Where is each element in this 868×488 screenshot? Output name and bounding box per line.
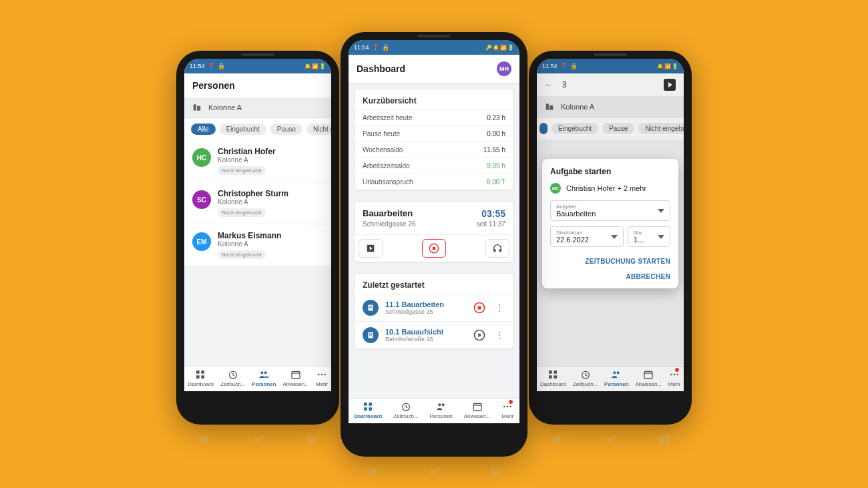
nav-dashboard[interactable]: Dashboard [188, 369, 214, 387]
more-icon[interactable]: ⋮ [493, 302, 505, 313]
svg-rect-15 [549, 371, 552, 374]
page-header: Dashboard MH [349, 55, 519, 83]
person-name: Christopher Sturm [218, 189, 288, 198]
cancel-button[interactable]: ABBRECHEN [626, 273, 670, 280]
recents-icon[interactable]: ▢ [307, 434, 316, 445]
chip-alle[interactable]: Alle [191, 124, 216, 135]
phone-right: 11:54📍🔒 🔔 📶 🔋 ← 3 Kolonne A Eingebucht P… [529, 51, 692, 425]
play-recent-button[interactable] [472, 328, 487, 342]
nav-mehr[interactable]: Mehr [316, 369, 328, 387]
nav-dashboard[interactable]: Dashboard [354, 401, 382, 419]
task-select[interactable]: Aufgabe Bauarbeiten [550, 200, 670, 221]
page-title: Personen [184, 73, 331, 97]
list-item[interactable]: EM Markus Eismann Kolonne A Nicht eingeb… [184, 224, 331, 266]
nav-mehr[interactable]: Mehr [501, 401, 513, 419]
recent-name: 10.1 Bauaufsicht [385, 328, 465, 336]
task-address: Schmiedgasse 26 [363, 220, 416, 228]
location-icon: 📍 [372, 44, 379, 51]
person-name: Christian Hofer [218, 147, 276, 156]
recents-icon[interactable]: ▢ [491, 466, 500, 477]
play-next-button[interactable] [359, 239, 383, 258]
status-bar: 11:54📍🔒 🔑 🔔 📶 🔋 [349, 40, 519, 55]
home-icon[interactable]: ○ [607, 434, 612, 445]
home-icon[interactable]: ○ [254, 434, 260, 445]
user-avatar[interactable]: MH [497, 61, 511, 76]
nav-zeitbuch[interactable]: Zeitbuch... [393, 401, 418, 419]
status-badge: Nicht eingebucht [218, 208, 266, 217]
lock-icon: 🔒 [382, 44, 389, 51]
recent-card: Zuletzt gestartet 11.1 Bauarbeiten Schmi… [354, 273, 514, 349]
person-list: HC Christian Hofer Kolonne A Nicht einge… [184, 140, 331, 266]
row-worktime-today: Arbeitszeit heute0.23 h [355, 109, 513, 126]
nav-personen[interactable]: Personen [252, 369, 276, 387]
more-icon[interactable]: ⋮ [493, 330, 505, 340]
list-item[interactable]: HC Christian Hofer Kolonne A Nicht einge… [184, 140, 331, 182]
svg-marker-41 [478, 333, 481, 338]
modal-user-row[interactable]: HC Christian Hofer + 2 mehr [550, 183, 670, 194]
group-row[interactable]: Kolonne A [184, 97, 331, 118]
task-elapsed: 03:55 [481, 208, 505, 219]
modal-user-text: Christian Hofer + 2 mehr [566, 184, 646, 192]
svg-point-10 [318, 374, 320, 376]
stop-recent-button[interactable] [472, 300, 487, 315]
task-actions [355, 234, 513, 262]
screen-right: 11:54📍🔒 🔔 📶 🔋 ← 3 Kolonne A Eingebucht P… [537, 59, 684, 391]
back-icon[interactable]: ◁ [552, 434, 560, 445]
svg-point-47 [438, 403, 441, 406]
svg-rect-5 [202, 375, 205, 379]
nav-zeitbuch[interactable]: Zeitbuch... [220, 369, 245, 387]
avatar: EM [192, 232, 211, 251]
svg-rect-3 [202, 371, 205, 374]
svg-point-20 [614, 371, 616, 374]
chip-nicht-eingebucht[interactable]: Nicht eingeb... [306, 124, 331, 135]
page-title: Dashboard [357, 63, 405, 74]
svg-rect-33 [369, 306, 372, 307]
nav-personen[interactable]: Personen [430, 401, 453, 419]
start-date-select[interactable]: Startdatum 22.6.2022 [550, 226, 624, 247]
chevron-down-icon [658, 234, 664, 240]
svg-rect-34 [369, 308, 372, 308]
person-group: Kolonne A [218, 240, 281, 248]
chip-pause[interactable]: Pause [270, 124, 302, 135]
back-icon[interactable]: ◁ [200, 434, 207, 445]
nav-dashboard[interactable]: Dashboard [540, 369, 566, 387]
nav-mehr[interactable]: Mehr [668, 369, 680, 387]
nav-abwesen[interactable]: Abwesen... [464, 401, 491, 419]
start-booking-button[interactable]: ZEITBUCHUNG STARTEN [585, 258, 670, 265]
android-nav: ◁○▢ [176, 426, 339, 453]
recent-name: 11.1 Bauarbeiten [385, 300, 465, 308]
document-icon [363, 300, 379, 316]
avatar: HC [192, 148, 211, 167]
recent-item[interactable]: 10.1 Bauaufsicht Bahnhofstraße 16 ⋮ [355, 321, 513, 348]
person-name: Markus Eismann [218, 231, 281, 240]
start-time-select[interactable]: Sta... 1... [628, 226, 670, 247]
svg-rect-38 [369, 334, 372, 334]
field-value: 1... [634, 236, 646, 244]
phone-left: 11:54📍🔒 🔔 📶 🔋 Personen Kolonne A Alle Ei… [176, 51, 339, 425]
svg-point-52 [510, 406, 512, 408]
svg-rect-2 [196, 371, 200, 374]
svg-point-25 [676, 374, 678, 376]
avatar: HC [550, 183, 561, 194]
nav-zeitbuch[interactable]: Zeitbuch... [573, 369, 598, 387]
nav-abwesen[interactable]: Abwesen... [635, 369, 662, 387]
svg-rect-30 [494, 249, 496, 252]
list-item[interactable]: SC Christopher Sturm Kolonne A Nicht ein… [184, 182, 331, 224]
field-label: Startdatum [556, 230, 589, 236]
pause-button[interactable] [485, 239, 509, 258]
stop-button[interactable] [422, 239, 446, 258]
task-since: seit 11:37 [477, 220, 505, 228]
nav-personen[interactable]: Personen [604, 369, 628, 387]
nav-abwesen[interactable]: Abwesen... [282, 369, 309, 387]
svg-rect-0 [194, 104, 196, 110]
recent-item[interactable]: 11.1 Bauarbeiten Schmiedgasse 26 ⋮ [355, 294, 513, 321]
back-icon[interactable]: ◁ [368, 466, 375, 477]
home-icon[interactable]: ○ [431, 466, 436, 477]
status-icons: 🔔 📶 🔋 [304, 63, 326, 69]
bottom-nav: Dashboard Zeitbuch... Personen Abwesen..… [184, 366, 331, 391]
recents-icon[interactable]: ▢ [660, 434, 668, 445]
notification-dot [509, 400, 513, 404]
svg-rect-29 [433, 247, 436, 250]
svg-rect-42 [364, 403, 367, 406]
chip-eingebucht[interactable]: Eingebucht [220, 124, 266, 135]
